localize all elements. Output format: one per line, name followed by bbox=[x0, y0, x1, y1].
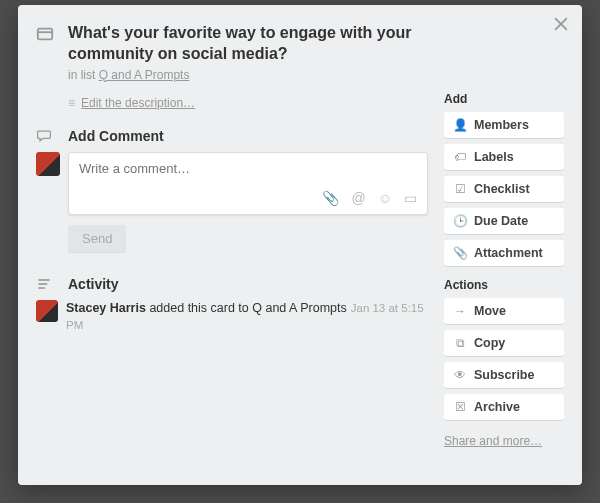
attachment-label: Attachment bbox=[474, 246, 543, 260]
svg-rect-0 bbox=[38, 29, 52, 40]
share-more-link[interactable]: Share and more… bbox=[444, 434, 542, 448]
sidebar-add-heading: Add bbox=[444, 92, 564, 106]
card-title[interactable]: What's your favorite way to engage with … bbox=[68, 23, 444, 65]
activity-user[interactable]: Stacey Harris bbox=[66, 301, 146, 315]
attachment-icon[interactable]: 📎 bbox=[322, 190, 339, 206]
subscribe-label: Subscribe bbox=[474, 368, 534, 382]
copy-button[interactable]: ⧉ Copy bbox=[444, 330, 564, 356]
attachment-button[interactable]: 📎 Attachment bbox=[444, 240, 564, 266]
archive-button[interactable]: ☒ Archive bbox=[444, 394, 564, 420]
sidebar-actions-heading: Actions bbox=[444, 278, 564, 292]
labels-button[interactable]: 🏷 Labels bbox=[444, 144, 564, 170]
paperclip-icon: 📎 bbox=[452, 246, 468, 260]
subscribe-button[interactable]: 👁 Subscribe bbox=[444, 362, 564, 388]
list-link[interactable]: Q and A Prompts bbox=[99, 68, 190, 82]
archive-label: Archive bbox=[474, 400, 520, 414]
labels-label: Labels bbox=[474, 150, 514, 164]
comment-input[interactable] bbox=[69, 153, 427, 184]
copy-label: Copy bbox=[474, 336, 505, 350]
close-icon[interactable] bbox=[552, 15, 572, 35]
checklist-label: Checklist bbox=[474, 182, 530, 196]
add-comment-heading: Add Comment bbox=[68, 128, 164, 144]
mention-icon[interactable]: @ bbox=[351, 190, 365, 206]
edit-description-link[interactable]: Edit the description… bbox=[81, 96, 195, 110]
avatar[interactable] bbox=[36, 152, 60, 176]
send-button[interactable]: Send bbox=[68, 225, 126, 252]
members-label: Members bbox=[474, 118, 529, 132]
copy-icon: ⧉ bbox=[452, 336, 468, 350]
card-list-line: in list Q and A Prompts bbox=[68, 68, 444, 82]
activity-icon bbox=[36, 276, 56, 292]
members-icon: 👤 bbox=[452, 118, 468, 132]
emoji-icon[interactable]: ☺ bbox=[378, 190, 392, 206]
duedate-button[interactable]: 🕒 Due Date bbox=[444, 208, 564, 234]
eye-icon: 👁 bbox=[452, 368, 468, 382]
activity-item: Stacey Harris added this card to Q and A… bbox=[36, 300, 428, 335]
members-button[interactable]: 👤 Members bbox=[444, 112, 564, 138]
duedate-label: Due Date bbox=[474, 214, 528, 228]
card-modal: What's your favorite way to engage with … bbox=[18, 5, 582, 485]
in-list-prefix: in list bbox=[68, 68, 99, 82]
arrow-right-icon: → bbox=[452, 304, 468, 318]
checklist-button[interactable]: ☑ Checklist bbox=[444, 176, 564, 202]
comment-box: 📎 @ ☺ ▭ bbox=[68, 152, 428, 215]
edit-desc-icon: ≡ bbox=[68, 96, 75, 110]
labels-icon: 🏷 bbox=[452, 150, 468, 164]
card-icon bbox=[36, 25, 56, 82]
avatar[interactable] bbox=[36, 300, 58, 322]
activity-heading: Activity bbox=[68, 276, 119, 292]
archive-icon: ☒ bbox=[452, 400, 468, 414]
move-button[interactable]: → Move bbox=[444, 298, 564, 324]
clock-icon: 🕒 bbox=[452, 214, 468, 228]
comment-icon bbox=[36, 128, 56, 144]
activity-action: added this card to Q and A Prompts bbox=[146, 301, 347, 315]
card-insert-icon[interactable]: ▭ bbox=[404, 190, 417, 206]
checklist-icon: ☑ bbox=[452, 182, 468, 196]
move-label: Move bbox=[474, 304, 506, 318]
